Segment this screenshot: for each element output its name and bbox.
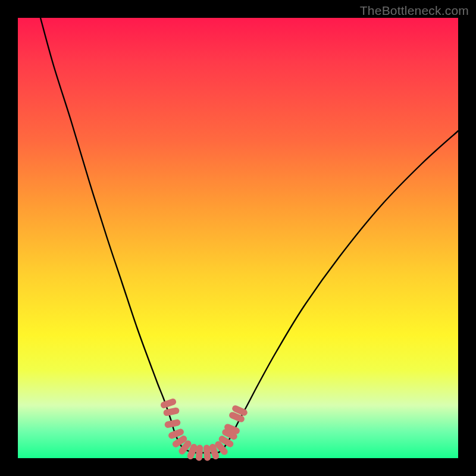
bottleneck-curve [18, 18, 458, 458]
tick-mark [228, 427, 237, 431]
tick-mark [233, 415, 242, 419]
tick-mark [218, 444, 224, 452]
tick-mark [190, 447, 194, 456]
tick-mark [182, 444, 188, 451]
curve-ticks [164, 402, 244, 458]
chart-plot-area [18, 18, 458, 458]
watermark-label: TheBottleneck.com [360, 4, 469, 18]
tick-mark [199, 448, 199, 458]
tick-mark [164, 402, 173, 405]
tick-mark [206, 448, 207, 458]
curve-path [40, 18, 458, 453]
tick-mark [167, 411, 176, 412]
tick-mark [236, 409, 245, 413]
tick-mark [172, 432, 181, 436]
tick-mark [222, 439, 230, 444]
chart-frame: TheBottleneck.com [0, 0, 476, 476]
tick-mark [168, 422, 177, 424]
tick-mark [226, 433, 234, 437]
tick-mark [176, 439, 183, 444]
tick-mark [212, 447, 215, 456]
